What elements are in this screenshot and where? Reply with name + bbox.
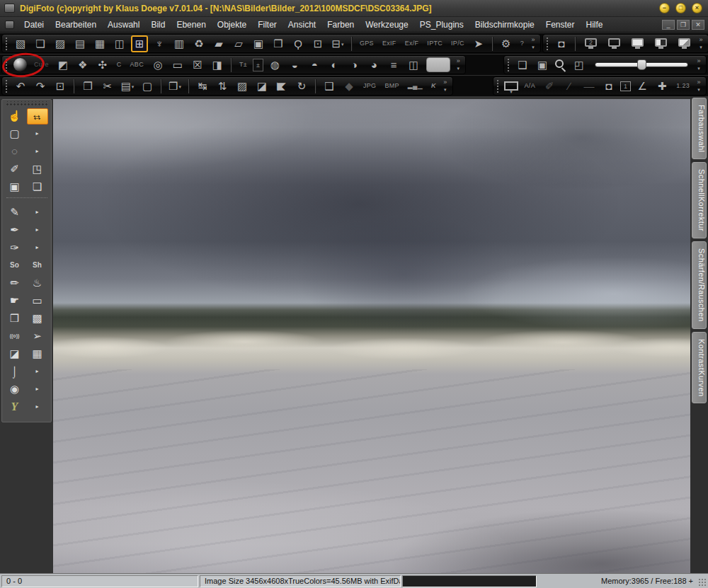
filmstrip-icon[interactable]: ▥ xyxy=(171,35,188,52)
mdi-close-button[interactable]: ✕ xyxy=(692,20,704,30)
sphere-tool-icon[interactable] xyxy=(13,58,27,71)
eraser-tool[interactable]: ▭ xyxy=(27,293,48,309)
lasso-tool[interactable]: ◌ xyxy=(4,144,25,160)
smudge-tool[interactable]: ☛ xyxy=(4,293,25,309)
preview-icon[interactable]: ▣ xyxy=(534,57,551,74)
iptc-off-button[interactable]: IP/C xyxy=(448,35,467,52)
resize-icon[interactable]: ◤◢▾ xyxy=(273,78,290,95)
open-file-icon[interactable]: ❏ xyxy=(32,35,49,52)
rotate-frame-icon[interactable]: ◎ xyxy=(149,57,166,74)
menu-item-bildschirmkopie[interactable]: Bildschirmkopie xyxy=(469,18,540,31)
dropdown-caret[interactable]: ▾ xyxy=(341,42,344,47)
checker-tool[interactable]: ▦ xyxy=(27,346,48,362)
diagonal-fill-icon[interactable]: ◩ xyxy=(55,57,72,74)
menu-item-werkzeuge[interactable]: Werkzeuge xyxy=(360,18,413,31)
menu-item-bearbeiten[interactable]: Bearbeiten xyxy=(50,18,102,31)
histogram-icon[interactable]: ▂▄▁ xyxy=(405,78,426,95)
blur-sphere-icon[interactable]: ◍ xyxy=(266,57,283,74)
menu-item-ansicht[interactable]: Ansicht xyxy=(282,18,321,31)
submenu-arrow[interactable]: ▸ xyxy=(27,381,48,398)
eyedropper-tool[interactable]: ⌡ xyxy=(4,364,25,380)
key-icon[interactable]: Ϙ xyxy=(290,35,307,52)
minimize-button[interactable]: − xyxy=(659,3,670,13)
mdi-restore-button[interactable]: ❐ xyxy=(677,20,690,30)
save-tool[interactable]: ▣ xyxy=(4,179,25,195)
paste-new-icon[interactable]: ▤ xyxy=(72,35,88,52)
spray-tool[interactable]: ♨ xyxy=(27,275,48,292)
redeye-tool[interactable]: ◉ xyxy=(4,381,25,398)
stripe-sphere-icon[interactable]: ◕ xyxy=(365,57,382,74)
slider-card-icon[interactable]: ▭ xyxy=(169,57,186,74)
toolbar-grip[interactable] xyxy=(5,58,8,72)
gamma-tool[interactable]: Y xyxy=(4,399,25,415)
cut-icon[interactable]: ✂ xyxy=(99,78,116,95)
menu-item-hilfe[interactable]: Hilfe xyxy=(580,18,608,31)
line-pen-icon[interactable]: ∕ xyxy=(561,78,578,95)
monitor-page-icon[interactable] xyxy=(678,38,690,47)
submenu-arrow[interactable]: ▸ xyxy=(27,204,48,221)
dash-icon[interactable]: — xyxy=(581,78,598,95)
screenshot-camera-icon[interactable]: ◘ xyxy=(553,35,570,52)
monitor-split-icon[interactable] xyxy=(655,38,667,47)
klaus-button[interactable]: K xyxy=(428,78,439,95)
effect-pack-icon[interactable]: ❖ xyxy=(74,57,91,74)
copy-files-icon[interactable]: ❒ xyxy=(270,35,287,52)
toolbar-overflow-chevron[interactable]: » xyxy=(454,58,462,71)
recycle-icon[interactable]: ♻ xyxy=(190,35,207,52)
menu-item-filter[interactable]: Filter xyxy=(252,18,282,31)
toolbar-grip[interactable] xyxy=(546,37,549,51)
tab-schaerfen-rauschen[interactable]: Schärfen/Rauschen xyxy=(692,241,707,328)
submenu-arrow[interactable]: ▸ xyxy=(27,363,48,381)
ruler-button[interactable]: 1 xyxy=(620,81,631,91)
rotate-left-icon[interactable]: ▨ xyxy=(234,78,251,95)
paste-as-image-icon[interactable]: ❒▾ xyxy=(166,78,183,95)
stamp-tool[interactable]: ❒ xyxy=(4,311,25,327)
move-tool[interactable]: ↔↕ xyxy=(27,108,48,125)
dark-sphere-icon[interactable]: ◑ xyxy=(346,57,362,74)
toolbar-grip[interactable] xyxy=(507,58,510,72)
measure-button[interactable]: 1.23 xyxy=(673,78,692,95)
submenu-arrow[interactable]: ▸ xyxy=(27,239,48,257)
tab-farbauswahl[interactable]: Farbauswahl xyxy=(692,98,707,159)
folder-tool[interactable]: ❏ xyxy=(27,179,48,195)
toolbar-overflow-chevron[interactable]: » xyxy=(695,58,703,71)
redo-icon[interactable]: ↷ xyxy=(32,78,49,95)
delete-x-icon[interactable]: ☒ xyxy=(189,57,206,74)
maximize-button[interactable]: □ xyxy=(675,3,686,13)
hand-tool[interactable]: ☝ xyxy=(4,108,25,125)
tab-schnellkorrektur[interactable]: SchnellKorrektur xyxy=(692,162,707,238)
stand-tool-icon[interactable]: ♆ xyxy=(151,35,168,52)
shade-sphere-icon[interactable]: ◒ xyxy=(286,57,303,74)
submenu-arrow[interactable]: ▸ xyxy=(27,143,48,161)
swatch-button[interactable] xyxy=(426,57,450,72)
monitor-2-icon[interactable]: 2 xyxy=(585,38,597,47)
brushes-tool[interactable]: ✑ xyxy=(4,240,25,256)
exif-button[interactable]: ExIF xyxy=(379,35,399,52)
toolbar-overflow-chevron[interactable]: » xyxy=(441,79,450,93)
menu-item-fenster[interactable]: Fenster xyxy=(540,18,581,31)
text-tool-icon[interactable]: T± xyxy=(236,57,250,74)
toolbar-grip[interactable] xyxy=(496,79,500,93)
position-cross-icon[interactable]: ✚ xyxy=(653,78,670,95)
capture-camera-icon[interactable]: ◘ xyxy=(600,78,617,95)
pattern-sphere-icon[interactable]: ◓ xyxy=(306,57,323,74)
open-image-icon[interactable]: ▧ xyxy=(12,35,29,52)
exif-export-icon[interactable]: ➤ xyxy=(470,35,487,52)
paste-icon[interactable]: ▤▾ xyxy=(119,78,136,95)
image-stack-icon[interactable]: ◫ xyxy=(111,35,128,52)
box-3d-icon[interactable]: ❑ xyxy=(514,57,531,74)
pinwheel-icon[interactable]: ✣ xyxy=(94,57,111,74)
font-style-button[interactable]: A/A xyxy=(522,78,538,95)
spellcheck-icon[interactable]: ABC xyxy=(127,57,147,74)
copy-icon[interactable]: ❐ xyxy=(79,78,96,95)
lens-sphere-icon[interactable]: ◐ xyxy=(326,57,343,74)
menu-item-auswahl[interactable]: Auswahl xyxy=(102,18,145,31)
pen-disabled-icon[interactable]: ✐ xyxy=(541,78,558,95)
duplicate-view-icon[interactable]: ⊡ xyxy=(52,78,69,95)
help-icon[interactable]: ? xyxy=(518,35,527,52)
monitor-icon[interactable]: ⊡ xyxy=(309,35,326,52)
tab-kontrastkurven[interactable]: KontrastKurven xyxy=(692,332,707,403)
flip-horizontal-icon[interactable]: ↹ xyxy=(194,78,211,95)
zoom-region-icon[interactable]: ◰ xyxy=(571,57,588,74)
marquee-tool[interactable]: ▢ xyxy=(4,126,25,142)
